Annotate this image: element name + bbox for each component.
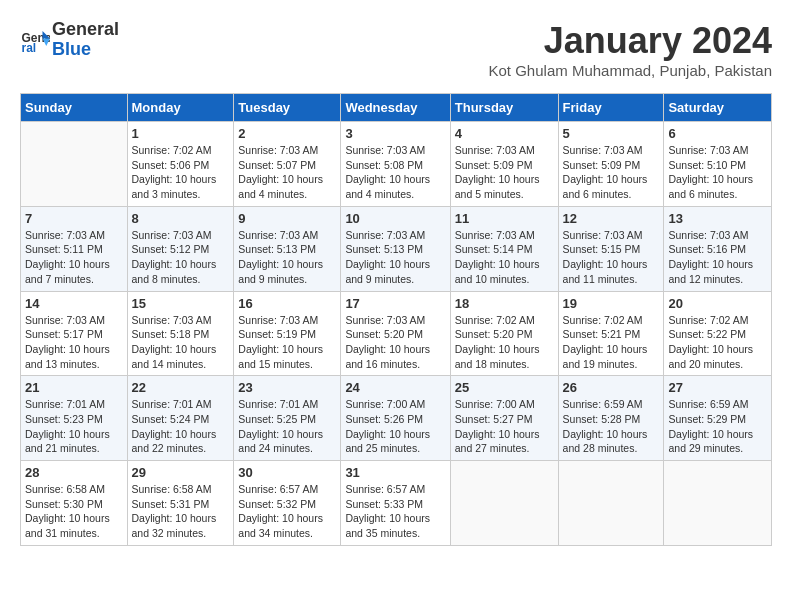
day-number: 17 [345,296,445,311]
day-number: 16 [238,296,336,311]
calendar-week-1: 1Sunrise: 7:02 AMSunset: 5:06 PMDaylight… [21,122,772,207]
day-info: Sunrise: 6:58 AMSunset: 5:31 PMDaylight:… [132,482,230,541]
day-info: Sunrise: 7:03 AMSunset: 5:16 PMDaylight:… [668,228,767,287]
day-info: Sunrise: 7:03 AMSunset: 5:13 PMDaylight:… [345,228,445,287]
day-number: 18 [455,296,554,311]
logo-line2: Blue [52,39,91,59]
calendar-cell: 23Sunrise: 7:01 AMSunset: 5:25 PMDayligh… [234,376,341,461]
calendar-cell: 20Sunrise: 7:02 AMSunset: 5:22 PMDayligh… [664,291,772,376]
calendar-cell: 21Sunrise: 7:01 AMSunset: 5:23 PMDayligh… [21,376,128,461]
day-number: 13 [668,211,767,226]
day-number: 12 [563,211,660,226]
day-info: Sunrise: 7:02 AMSunset: 5:06 PMDaylight:… [132,143,230,202]
calendar-cell: 19Sunrise: 7:02 AMSunset: 5:21 PMDayligh… [558,291,664,376]
calendar-cell: 30Sunrise: 6:57 AMSunset: 5:32 PMDayligh… [234,461,341,546]
calendar-cell: 9Sunrise: 7:03 AMSunset: 5:13 PMDaylight… [234,206,341,291]
calendar-cell: 1Sunrise: 7:02 AMSunset: 5:06 PMDaylight… [127,122,234,207]
calendar-cell: 28Sunrise: 6:58 AMSunset: 5:30 PMDayligh… [21,461,128,546]
calendar-cell: 29Sunrise: 6:58 AMSunset: 5:31 PMDayligh… [127,461,234,546]
calendar-cell [450,461,558,546]
calendar-cell: 11Sunrise: 7:03 AMSunset: 5:14 PMDayligh… [450,206,558,291]
day-info: Sunrise: 7:03 AMSunset: 5:15 PMDaylight:… [563,228,660,287]
day-info: Sunrise: 6:58 AMSunset: 5:30 PMDaylight:… [25,482,123,541]
day-info: Sunrise: 7:03 AMSunset: 5:12 PMDaylight:… [132,228,230,287]
day-number: 11 [455,211,554,226]
calendar-cell: 18Sunrise: 7:02 AMSunset: 5:20 PMDayligh… [450,291,558,376]
day-info: Sunrise: 7:02 AMSunset: 5:20 PMDaylight:… [455,313,554,372]
calendar-week-3: 14Sunrise: 7:03 AMSunset: 5:17 PMDayligh… [21,291,772,376]
day-info: Sunrise: 6:57 AMSunset: 5:32 PMDaylight:… [238,482,336,541]
day-info: Sunrise: 6:57 AMSunset: 5:33 PMDaylight:… [345,482,445,541]
calendar-cell: 4Sunrise: 7:03 AMSunset: 5:09 PMDaylight… [450,122,558,207]
calendar-cell: 17Sunrise: 7:03 AMSunset: 5:20 PMDayligh… [341,291,450,376]
day-number: 7 [25,211,123,226]
day-number: 25 [455,380,554,395]
calendar-cell: 16Sunrise: 7:03 AMSunset: 5:19 PMDayligh… [234,291,341,376]
day-info: Sunrise: 7:02 AMSunset: 5:21 PMDaylight:… [563,313,660,372]
calendar-table: SundayMondayTuesdayWednesdayThursdayFrid… [20,93,772,546]
day-number: 10 [345,211,445,226]
day-number: 31 [345,465,445,480]
calendar-cell: 14Sunrise: 7:03 AMSunset: 5:17 PMDayligh… [21,291,128,376]
calendar-cell: 10Sunrise: 7:03 AMSunset: 5:13 PMDayligh… [341,206,450,291]
calendar-cell: 2Sunrise: 7:03 AMSunset: 5:07 PMDaylight… [234,122,341,207]
day-number: 5 [563,126,660,141]
calendar-cell: 6Sunrise: 7:03 AMSunset: 5:10 PMDaylight… [664,122,772,207]
calendar-cell: 15Sunrise: 7:03 AMSunset: 5:18 PMDayligh… [127,291,234,376]
day-info: Sunrise: 7:03 AMSunset: 5:08 PMDaylight:… [345,143,445,202]
day-info: Sunrise: 7:00 AMSunset: 5:26 PMDaylight:… [345,397,445,456]
title-section: January 2024 Kot Ghulam Muhammad, Punjab… [489,20,772,79]
day-info: Sunrise: 7:03 AMSunset: 5:18 PMDaylight:… [132,313,230,372]
header-thursday: Thursday [450,94,558,122]
month-title: January 2024 [489,20,772,62]
day-info: Sunrise: 7:03 AMSunset: 5:10 PMDaylight:… [668,143,767,202]
day-number: 22 [132,380,230,395]
header-sunday: Sunday [21,94,128,122]
header-tuesday: Tuesday [234,94,341,122]
day-number: 24 [345,380,445,395]
calendar-cell: 31Sunrise: 6:57 AMSunset: 5:33 PMDayligh… [341,461,450,546]
day-info: Sunrise: 7:03 AMSunset: 5:11 PMDaylight:… [25,228,123,287]
day-number: 4 [455,126,554,141]
day-number: 30 [238,465,336,480]
day-number: 2 [238,126,336,141]
day-number: 21 [25,380,123,395]
day-number: 9 [238,211,336,226]
calendar-cell [21,122,128,207]
day-info: Sunrise: 6:59 AMSunset: 5:28 PMDaylight:… [563,397,660,456]
day-info: Sunrise: 7:03 AMSunset: 5:09 PMDaylight:… [563,143,660,202]
calendar-cell: 26Sunrise: 6:59 AMSunset: 5:28 PMDayligh… [558,376,664,461]
day-number: 19 [563,296,660,311]
day-info: Sunrise: 7:03 AMSunset: 5:14 PMDaylight:… [455,228,554,287]
location-title: Kot Ghulam Muhammad, Punjab, Pakistan [489,62,772,79]
calendar-cell [664,461,772,546]
svg-text:ral: ral [22,41,37,55]
day-number: 6 [668,126,767,141]
day-info: Sunrise: 7:03 AMSunset: 5:09 PMDaylight:… [455,143,554,202]
logo-icon: Gene ral [20,25,50,55]
day-number: 1 [132,126,230,141]
header-saturday: Saturday [664,94,772,122]
calendar-week-5: 28Sunrise: 6:58 AMSunset: 5:30 PMDayligh… [21,461,772,546]
day-info: Sunrise: 7:02 AMSunset: 5:22 PMDaylight:… [668,313,767,372]
calendar-cell [558,461,664,546]
calendar-header-row: SundayMondayTuesdayWednesdayThursdayFrid… [21,94,772,122]
day-info: Sunrise: 7:03 AMSunset: 5:17 PMDaylight:… [25,313,123,372]
day-info: Sunrise: 7:01 AMSunset: 5:24 PMDaylight:… [132,397,230,456]
header-wednesday: Wednesday [341,94,450,122]
calendar-week-2: 7Sunrise: 7:03 AMSunset: 5:11 PMDaylight… [21,206,772,291]
calendar-cell: 7Sunrise: 7:03 AMSunset: 5:11 PMDaylight… [21,206,128,291]
calendar-cell: 25Sunrise: 7:00 AMSunset: 5:27 PMDayligh… [450,376,558,461]
calendar-cell: 8Sunrise: 7:03 AMSunset: 5:12 PMDaylight… [127,206,234,291]
day-info: Sunrise: 6:59 AMSunset: 5:29 PMDaylight:… [668,397,767,456]
calendar-cell: 5Sunrise: 7:03 AMSunset: 5:09 PMDaylight… [558,122,664,207]
header-monday: Monday [127,94,234,122]
calendar-cell: 24Sunrise: 7:00 AMSunset: 5:26 PMDayligh… [341,376,450,461]
day-info: Sunrise: 7:01 AMSunset: 5:23 PMDaylight:… [25,397,123,456]
day-number: 23 [238,380,336,395]
day-info: Sunrise: 7:01 AMSunset: 5:25 PMDaylight:… [238,397,336,456]
day-info: Sunrise: 7:03 AMSunset: 5:20 PMDaylight:… [345,313,445,372]
logo-line1: General [52,19,119,39]
day-number: 8 [132,211,230,226]
header-friday: Friday [558,94,664,122]
